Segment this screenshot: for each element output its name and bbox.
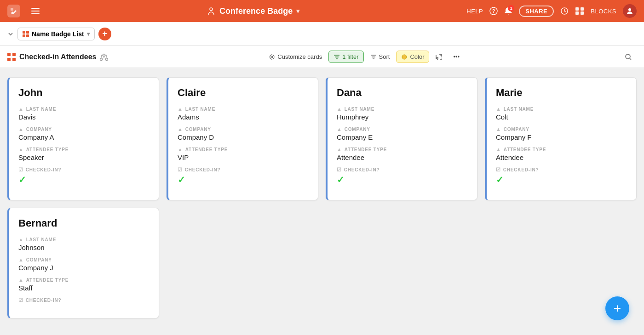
svg-point-25: [402, 55, 407, 59]
blocks-label[interactable]: BLOCKS: [591, 8, 616, 15]
list-name: Name Badge List: [32, 30, 84, 38]
share-button[interactable]: SHARE: [519, 6, 554, 17]
notification-button[interactable]: 1: [504, 7, 512, 15]
card-first-name: Claire: [178, 87, 309, 99]
view-name-container: Checked-in Attendees: [7, 53, 108, 61]
svg-rect-17: [7, 53, 11, 56]
blocks-icon[interactable]: [575, 7, 584, 15]
last-name-field: ▲ LAST NAME Colt: [496, 106, 627, 121]
svg-rect-9: [581, 7, 584, 11]
add-record-fab[interactable]: +: [605, 296, 629, 320]
svg-rect-14: [26, 31, 29, 34]
checkbox-icon: ☑: [18, 297, 23, 303]
attendee-type-value: Attendee: [337, 153, 468, 161]
toolbar: Checked-in Attendees Customize cards 1 f…: [0, 46, 644, 68]
svg-rect-0: [11, 8, 13, 11]
field-icon: ▲: [18, 237, 24, 242]
more-options-button[interactable]: •••: [448, 51, 464, 62]
company-label: COMPANY: [26, 257, 52, 262]
app-title: Conference Badge: [219, 6, 293, 16]
attendee-type-label: ATTENDEE TYPE: [504, 147, 546, 152]
last-name-label: LAST NAME: [26, 107, 57, 112]
svg-point-24: [271, 56, 273, 58]
checked-in-field: ☑ CHECKED-IN? ✓: [178, 167, 309, 185]
list-dropdown[interactable]: Name Badge List ▾: [17, 28, 95, 40]
svg-point-22: [100, 58, 103, 60]
bottom-cards-row: Bernard ▲ LAST NAME Johnson ▲ COMPANY Co…: [7, 208, 637, 318]
attendee-type-field: ▲ ATTENDEE TYPE Attendee: [337, 147, 468, 161]
user-avatar[interactable]: [623, 4, 637, 18]
svg-rect-11: [581, 11, 584, 15]
company-label: COMPANY: [185, 127, 211, 132]
top-cards-row: John ▲ LAST NAME Davis ▲ COMPANY Company…: [7, 77, 637, 200]
attendee-card[interactable]: Marie ▲ LAST NAME Colt ▲ COMPANY Company…: [485, 77, 637, 200]
company-field: ▲ COMPANY Company A: [18, 126, 150, 141]
notification-count: 1: [508, 5, 514, 11]
svg-rect-13: [23, 31, 25, 34]
customize-cards-button[interactable]: Customize cards: [264, 51, 327, 62]
attendee-card[interactable]: Claire ▲ LAST NAME Adams ▲ COMPANY Compa…: [167, 77, 318, 200]
last-name-field: ▲ LAST NAME Davis: [18, 106, 150, 121]
svg-rect-1: [31, 8, 40, 9]
help-label[interactable]: HELP: [466, 8, 483, 15]
add-list-button[interactable]: +: [98, 28, 111, 40]
svg-rect-10: [575, 11, 579, 15]
settings-icon: [269, 54, 275, 60]
chevron-down-icon[interactable]: [7, 31, 14, 37]
field-icon: ▲: [337, 126, 342, 132]
field-icon: ▲: [496, 106, 501, 112]
svg-point-12: [628, 8, 631, 11]
company-field: ▲ COMPANY Company E: [337, 126, 468, 141]
menu-icon[interactable]: [31, 8, 40, 14]
field-icon: ▲: [496, 147, 501, 152]
attendee-type-field: ▲ ATTENDEE TYPE Attendee: [496, 147, 627, 161]
help-icon[interactable]: ?: [489, 7, 498, 15]
last-name-field: ▲ LAST NAME Humphrey: [337, 106, 468, 121]
attendee-card[interactable]: Dana ▲ LAST NAME Humphrey ▲ COMPANY Comp…: [326, 77, 477, 200]
expand-icon: [436, 54, 442, 60]
checked-in-field: ☑ CHECKED-IN?: [18, 297, 150, 303]
field-icon: ▲: [178, 126, 183, 132]
second-bar: Name Badge List ▾ +: [0, 22, 644, 46]
filter-button[interactable]: 1 filter: [328, 51, 363, 63]
color-icon: [401, 54, 408, 60]
checked-in-checkmark: ✓: [337, 174, 468, 185]
company-label: COMPANY: [345, 127, 370, 132]
svg-text:?: ?: [492, 8, 495, 14]
list-dropdown-arrow: ▾: [87, 31, 90, 37]
attendee-type-value: Speaker: [18, 153, 150, 161]
attendee-type-value: Staff: [18, 284, 150, 292]
last-name-value: Colt: [496, 113, 627, 121]
field-icon: ▲: [337, 147, 342, 152]
attendee-type-field: ▲ ATTENDEE TYPE VIP: [178, 147, 309, 161]
conference-badge-icon: [207, 6, 216, 16]
attendee-card[interactable]: John ▲ LAST NAME Davis ▲ COMPANY Company…: [7, 77, 159, 200]
field-icon: ▲: [178, 147, 183, 152]
checked-in-label: CHECKED-IN?: [26, 298, 62, 303]
title-dropdown-arrow[interactable]: ▾: [296, 7, 299, 15]
sort-button[interactable]: Sort: [366, 51, 395, 62]
card-first-name: Dana: [337, 87, 468, 99]
history-icon[interactable]: [560, 7, 569, 15]
svg-rect-2: [31, 11, 40, 11]
company-label: COMPANY: [26, 127, 52, 132]
expand-button[interactable]: [431, 51, 447, 62]
checked-in-checkmark: ✓: [18, 174, 150, 185]
field-icon: ▲: [18, 126, 24, 132]
svg-rect-20: [12, 58, 16, 61]
filter-icon: [334, 54, 340, 60]
color-button[interactable]: Color: [396, 51, 429, 63]
search-button[interactable]: [620, 51, 637, 63]
last-name-value: Humphrey: [337, 113, 468, 121]
svg-point-4: [210, 8, 213, 11]
checkbox-icon: ☑: [18, 167, 23, 173]
attendee-card[interactable]: Bernard ▲ LAST NAME Johnson ▲ COMPANY Co…: [7, 208, 159, 318]
attendee-type-label: ATTENDEE TYPE: [26, 278, 69, 283]
main-content: John ▲ LAST NAME Davis ▲ COMPANY Company…: [0, 68, 644, 335]
field-icon: ▲: [18, 257, 24, 262]
field-icon: ▲: [18, 277, 24, 283]
app-logo[interactable]: [7, 5, 20, 17]
group-icon[interactable]: [100, 53, 108, 61]
company-label: COMPANY: [504, 127, 529, 132]
view-label: Checked-in Attendees: [19, 53, 96, 61]
